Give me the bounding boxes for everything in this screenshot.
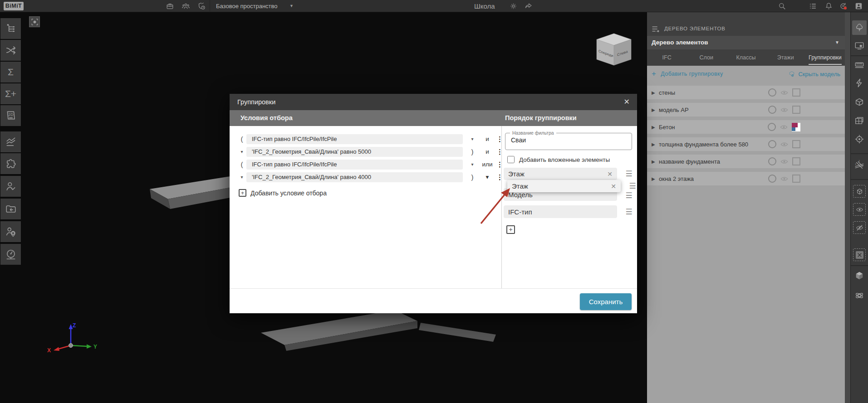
isolate-radio[interactable] (768, 140, 776, 148)
visibility-eye-icon[interactable] (780, 90, 788, 96)
isolate-radio[interactable] (768, 157, 776, 165)
panel-scrollbar[interactable] (845, 12, 850, 403)
panel-menu-icon[interactable] (652, 25, 660, 34)
tab-ifc[interactable]: IFC (647, 49, 687, 66)
add-grouping-level-button[interactable]: + (506, 225, 515, 234)
isolate-radio[interactable] (768, 175, 776, 183)
tab-groupings[interactable]: Группировки (805, 49, 845, 66)
tab-layers[interactable]: Слои (687, 49, 726, 66)
team-icon[interactable] (181, 1, 191, 11)
section-box-icon[interactable] (852, 95, 867, 109)
color-checkbox[interactable] (792, 140, 800, 148)
color-checkbox[interactable] (792, 157, 800, 165)
tree-row-foundation-thickness[interactable]: ▶ толщина фундамента более 580 (647, 137, 845, 151)
hide-model-button[interactable]: Скрыть модель (788, 71, 840, 78)
visibility-eye-icon[interactable] (780, 107, 788, 113)
orbit-icon[interactable] (852, 288, 867, 303)
section-planes-icon[interactable] (852, 76, 867, 90)
ghost-cube-icon[interactable] (853, 185, 866, 198)
add-condition-plus-icon[interactable]: + (239, 189, 246, 197)
logic-operator[interactable]: и (479, 134, 495, 144)
user-location-icon[interactable] (0, 221, 21, 242)
condition-input[interactable]: IFC-тип равно IFC/IfcPile/IfcPile (246, 134, 463, 144)
paren-caret-icon[interactable]: ▾ (238, 172, 246, 182)
sigma-icon[interactable]: Σ (0, 62, 21, 83)
elements-tree-icon[interactable] (852, 20, 867, 35)
kebab-menu-icon[interactable]: ⋮ (496, 160, 503, 170)
color-checkbox[interactable] (792, 175, 800, 183)
paren-caret-icon[interactable]: ▾ (238, 147, 246, 157)
settings-gear-icon[interactable] (508, 1, 518, 11)
shield-status-icon[interactable] (196, 1, 206, 11)
briefcase-icon[interactable] (165, 1, 175, 11)
folder-import-icon[interactable] (0, 199, 21, 219)
tree-selector[interactable]: Дерево элементов ▼ (647, 36, 845, 49)
paren-caret-icon[interactable]: ▾ (468, 134, 476, 144)
chart-lines-icon[interactable] (0, 131, 21, 152)
avatar-icon[interactable] (853, 1, 863, 11)
shuffle-icon[interactable] (0, 40, 21, 61)
close-icon[interactable]: ✕ (622, 94, 632, 110)
tree-row-concrete[interactable]: ▶ Бетон (647, 120, 845, 134)
puzzle-icon[interactable] (0, 153, 21, 174)
remove-chip-icon[interactable]: ✕ (607, 170, 613, 178)
expander-icon[interactable]: ▶ (652, 90, 659, 95)
visibility-eye-icon[interactable] (780, 141, 788, 147)
grouping-chip-floor[interactable]: Этаж ✕ (504, 168, 617, 180)
sigma-plus-icon[interactable]: Σ+ (0, 83, 21, 104)
color-checkbox[interactable] (792, 106, 800, 114)
color-swatch[interactable] (792, 123, 800, 131)
list-icon[interactable] (808, 1, 818, 11)
expander-icon[interactable]: ▶ (652, 107, 659, 112)
clear-selection-x-icon[interactable] (853, 248, 866, 261)
tree-row-walls[interactable]: ▶ стены (647, 86, 845, 99)
ruler-icon[interactable] (852, 58, 867, 72)
workspace-selector[interactable]: Базовое пространство (216, 0, 278, 12)
isolate-radio[interactable] (768, 106, 776, 114)
paren-caret-icon[interactable]: ▾ (468, 160, 476, 170)
floor-plans-icon[interactable] (852, 113, 867, 128)
condition-input[interactable]: IFC-тип равно IFC/IfcPile/IfcPile (246, 160, 463, 170)
tree-row-foundation-name[interactable]: ▶ название фундамента (647, 155, 845, 168)
add-grouping-button[interactable]: + Добавить группировку (652, 69, 723, 78)
expander-icon[interactable]: ▶ (652, 159, 659, 164)
isolate-radio[interactable] (768, 123, 776, 131)
open-paren[interactable]: ( (238, 134, 246, 144)
locate-target-icon[interactable] (852, 132, 867, 146)
drag-handle-icon[interactable]: ☰ (624, 191, 633, 200)
app-logo[interactable]: BiMiT (4, 2, 24, 10)
kebab-menu-icon[interactable]: ⋮ (496, 172, 503, 182)
visibility-eye-icon[interactable] (780, 159, 788, 165)
tab-floors[interactable]: Этажи (766, 49, 805, 66)
tree-row-windows-2nd-floor[interactable]: ▶ окна 2 этажа (647, 172, 845, 185)
show-elements-eye-icon[interactable] (853, 203, 866, 216)
close-paren[interactable]: ) (468, 172, 476, 182)
color-checkbox[interactable] (792, 88, 800, 97)
condition-input[interactable]: 'IFC_2_Геометрия_Свай/Длина' равно 4000 (246, 172, 463, 182)
share-icon[interactable] (523, 1, 533, 11)
drag-handle-icon[interactable]: ☰ (628, 181, 637, 191)
visibility-eye-icon[interactable] (780, 176, 788, 182)
view-cube[interactable]: Спереди Слева (596, 33, 632, 66)
focus-selection-button[interactable] (29, 16, 40, 27)
remove-chip-icon[interactable]: ✕ (611, 183, 616, 190)
filter-name-input[interactable] (511, 136, 624, 144)
save-button[interactable]: Сохранить (580, 293, 632, 310)
gauge-icon[interactable] (0, 244, 21, 265)
kebab-menu-icon[interactable]: ⋮ (496, 134, 503, 144)
grouping-chip-floor-dragging[interactable]: Этаж ✕ (507, 180, 621, 192)
solid-cube-icon[interactable] (852, 268, 867, 283)
add-condition-button[interactable]: Добавить условие отбора (250, 189, 327, 197)
select-on-screen-icon[interactable] (852, 39, 867, 53)
grids-axes-icon[interactable]: 12 (852, 158, 867, 172)
drag-handle-icon[interactable]: ☰ (624, 207, 633, 217)
nested-elements-checkbox[interactable] (507, 156, 515, 163)
tree-row-model-ar[interactable]: ▶ модель АР (647, 103, 845, 117)
sync-history-icon[interactable]: 10 (838, 1, 848, 11)
expander-icon[interactable]: ▶ (652, 142, 659, 147)
close-paren[interactable]: ) (468, 147, 476, 157)
expander-icon[interactable]: ▶ (652, 176, 659, 181)
visibility-eye-icon[interactable] (780, 124, 788, 130)
tab-classes[interactable]: Классы (726, 49, 765, 66)
workspace-caret-icon[interactable]: ▼ (289, 0, 294, 12)
